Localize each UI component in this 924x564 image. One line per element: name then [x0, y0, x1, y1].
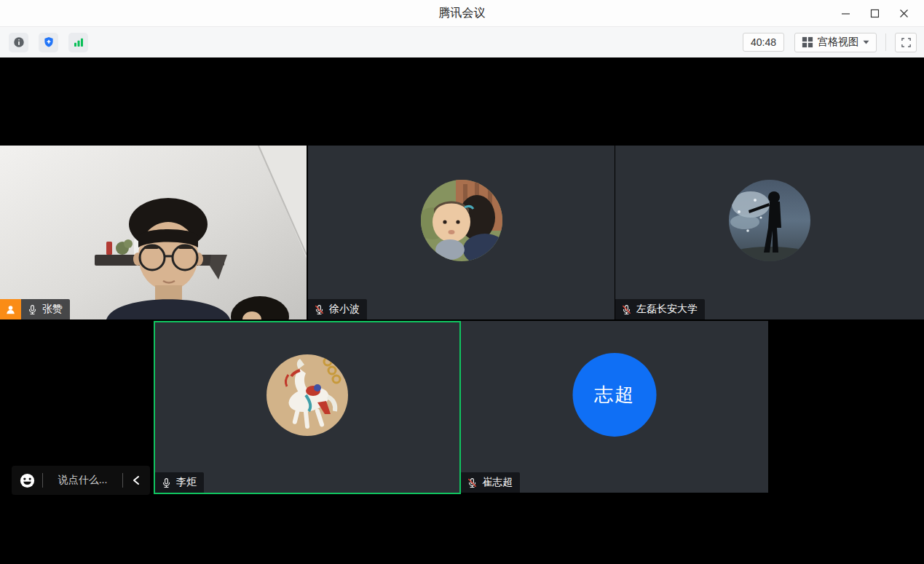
avatar-photo-sea-silhouette	[729, 180, 810, 261]
caret-down-icon	[863, 40, 869, 44]
avatar	[729, 180, 810, 261]
tile-label-row: 崔志超	[461, 472, 520, 493]
view-mode-selector[interactable]: 宫格视图	[794, 33, 877, 52]
avatar-photo-carousel-horse	[266, 354, 348, 436]
info-icon	[12, 36, 25, 49]
participant-name: 徐小波	[329, 303, 360, 316]
security-shield-icon	[42, 36, 55, 49]
timer-value: 40:48	[751, 36, 776, 48]
emoji-smiley-icon	[19, 472, 36, 489]
presenter-icon	[4, 303, 17, 316]
close-button[interactable]	[889, 0, 918, 26]
maximize-icon	[870, 9, 880, 18]
close-icon	[899, 9, 909, 18]
participant-name: 左磊长安大学	[636, 303, 698, 316]
meeting-info-button[interactable]	[9, 33, 28, 52]
toolbar-right: 40:48 宫格视图	[743, 33, 917, 52]
avatar	[421, 180, 502, 261]
participant-tile-liju-active-speaker[interactable]: 李炬	[154, 321, 461, 494]
collapse-chevron-icon	[133, 475, 140, 485]
participant-name-label: 左磊长安大学	[615, 299, 705, 319]
tile-label-row: 张赞	[0, 299, 70, 319]
mic-on-icon	[161, 477, 172, 488]
app-title: 腾讯会议	[0, 0, 924, 26]
chat-collapse-button[interactable]	[130, 472, 143, 489]
mic-on-icon	[27, 304, 38, 315]
fullscreen-button[interactable]	[895, 33, 917, 52]
presenter-badge	[0, 299, 21, 319]
meeting-toolbar: 40:48 宫格视图	[0, 26, 924, 57]
participant-name-label: 李炬	[155, 472, 204, 493]
minimize-icon	[841, 9, 850, 18]
network-signal-icon	[72, 36, 85, 49]
participant-name: 李炬	[176, 476, 197, 489]
participant-tile-xuxiaobo[interactable]: 徐小波	[308, 146, 615, 319]
tile-label-row: 徐小波	[308, 299, 367, 319]
tile-label-row: 李炬	[155, 472, 204, 493]
emoji-button[interactable]	[19, 472, 36, 489]
participant-name-label: 张赞	[21, 299, 70, 319]
maximize-button[interactable]	[860, 0, 889, 26]
minimize-button[interactable]	[831, 0, 860, 26]
chat-divider	[122, 473, 123, 488]
mic-muted-icon	[467, 477, 478, 488]
participant-name-label: 徐小波	[308, 299, 367, 319]
toolbar-left	[9, 33, 88, 52]
chat-quick-bar: 说点什么...	[12, 466, 150, 495]
network-status-button[interactable]	[68, 33, 88, 52]
meeting-timer: 40:48	[743, 33, 784, 52]
avatar-initials-text: 志超	[594, 382, 635, 408]
tile-label-row: 左磊长安大学	[615, 299, 705, 319]
initials-avatar: 志超	[573, 353, 657, 437]
participant-name-label: 崔志超	[461, 472, 520, 493]
grid-view-icon	[802, 36, 813, 48]
fullscreen-icon	[901, 37, 912, 48]
live-video-feed	[0, 146, 307, 319]
chat-divider	[42, 473, 43, 488]
security-button[interactable]	[39, 33, 58, 52]
participant-name: 张赞	[42, 303, 63, 316]
participant-tile-cuizhichao[interactable]: 志超 崔志超	[461, 321, 768, 493]
avatar	[266, 354, 348, 436]
avatar-photo-baby	[421, 180, 502, 261]
window-controls	[831, 0, 918, 26]
participant-tile-zuolei[interactable]: 左磊长安大学	[615, 146, 924, 319]
titlebar: 腾讯会议	[0, 0, 924, 26]
view-mode-label: 宫格视图	[818, 36, 858, 49]
mic-muted-icon	[621, 304, 632, 315]
mic-muted-icon	[314, 304, 325, 315]
toolbar-divider	[885, 33, 886, 51]
chat-input-placeholder[interactable]: 说点什么...	[50, 474, 116, 487]
meeting-window: 腾讯会议	[0, 0, 924, 564]
participant-tile-zhangzan[interactable]: 张赞	[0, 146, 307, 319]
participant-name: 崔志超	[482, 476, 513, 489]
video-grid: 张赞	[0, 57, 924, 564]
